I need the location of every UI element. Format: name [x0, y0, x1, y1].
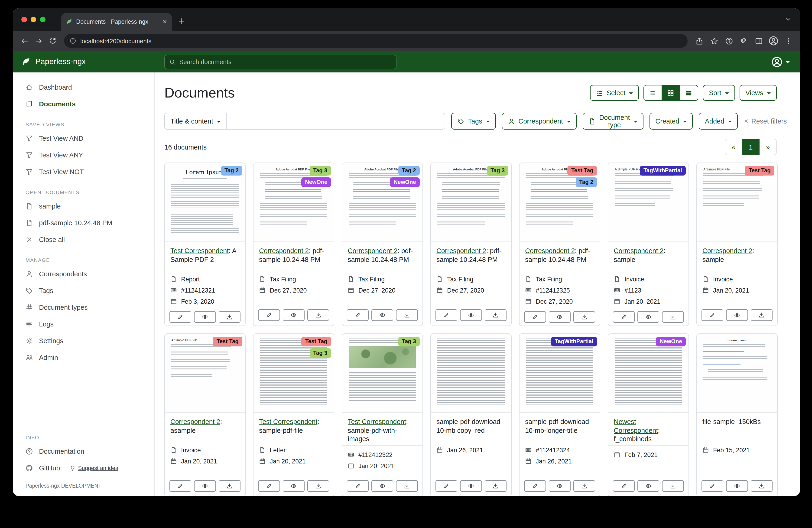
tag-badge[interactable]: Tag 2	[576, 177, 597, 187]
correspondent-link[interactable]: Test Correspondent	[348, 418, 406, 425]
tag-badge[interactable]: NewOne	[301, 177, 331, 187]
tag-badge[interactable]: TagWithPartial	[551, 337, 597, 346]
edit-button[interactable]	[613, 480, 635, 492]
sidebar-item-admin[interactable]: Admin	[13, 349, 154, 366]
filter-button-created[interactable]: Created	[649, 113, 693, 130]
side-panel-button[interactable]	[752, 34, 766, 48]
bookmark-button[interactable]	[707, 34, 721, 48]
view-button[interactable]	[726, 309, 748, 321]
download-button[interactable]	[662, 480, 684, 492]
browser-tab[interactable]: Documents - Paperless-ngx ✕	[61, 13, 172, 31]
correspondent-link[interactable]: Correspondent 2	[170, 418, 220, 425]
zoom-button[interactable]	[40, 17, 45, 22]
minimize-button[interactable]	[31, 17, 36, 22]
sidebar-item-close-all[interactable]: Close all	[13, 231, 154, 248]
correspondent-link[interactable]: Correspondent 2	[525, 247, 575, 255]
tag-badge[interactable]: TagWithPartial	[640, 166, 686, 175]
close-button[interactable]	[21, 17, 27, 22]
correspondent-link[interactable]: Correspondent 2	[702, 247, 752, 255]
edit-button[interactable]	[258, 309, 280, 321]
select-button[interactable]: Select	[590, 85, 639, 101]
view-list-button[interactable]	[643, 85, 662, 101]
sidebar-item-sample[interactable]: sample	[13, 198, 154, 215]
tag-badge[interactable]: Test Tag	[302, 337, 331, 346]
tag-badge[interactable]: Tag 3	[398, 337, 420, 346]
tag-badge[interactable]: Tag 3	[309, 166, 331, 175]
edit-button[interactable]	[347, 309, 368, 321]
download-button[interactable]	[219, 311, 241, 323]
filter-button-added[interactable]: Added	[699, 113, 738, 130]
extensions-button[interactable]	[737, 34, 751, 48]
password-manager-button[interactable]	[722, 34, 736, 48]
pagination-next-button[interactable]: »	[759, 139, 777, 155]
correspondent-link[interactable]: Correspondent 2	[614, 247, 664, 255]
view-button[interactable]	[194, 480, 216, 492]
correspondent-link[interactable]: Correspondent 2	[436, 247, 486, 255]
correspondent-link[interactable]: Correspondent 2	[259, 247, 309, 255]
pagination-page-button[interactable]: 1	[742, 139, 759, 155]
url-bar[interactable]: localhost:4200/documents	[64, 34, 687, 48]
sidebar-item-logs[interactable]: Logs	[13, 316, 154, 332]
correspondent-link[interactable]: Correspondent 2	[348, 247, 397, 255]
suggest-idea-link[interactable]: Suggest an idea	[70, 465, 118, 471]
view-button[interactable]	[460, 480, 482, 492]
view-button[interactable]	[637, 480, 659, 492]
brand[interactable]: Paperless-ngx	[13, 57, 154, 67]
reload-button[interactable]	[45, 34, 59, 48]
sidebar-item-pdf-sample-10-24-48-pm[interactable]: pdf-sample 10.24.48 PM	[13, 215, 154, 231]
download-button[interactable]	[219, 480, 241, 492]
download-button[interactable]	[662, 311, 684, 323]
tag-badge[interactable]: Tag 2	[221, 166, 242, 175]
card-thumbnail[interactable]	[431, 334, 511, 413]
view-button[interactable]	[283, 480, 305, 492]
view-detail-button[interactable]	[680, 85, 698, 101]
edit-button[interactable]	[701, 480, 723, 492]
sidebar-item-settings[interactable]: Settings	[13, 332, 154, 349]
edit-button[interactable]	[347, 480, 368, 492]
new-tab-button[interactable]	[177, 17, 185, 27]
tag-badge[interactable]: Tag 3	[309, 348, 331, 358]
correspondent-link[interactable]: Test Correspondent	[170, 247, 229, 255]
sidebar-item-documents[interactable]: Documents	[13, 96, 154, 112]
tab-close-icon[interactable]: ✕	[162, 18, 167, 25]
sidebar-item-github[interactable]: GitHubSuggest an idea	[13, 460, 154, 476]
download-button[interactable]	[307, 309, 329, 321]
tag-badge[interactable]: Test Tag	[745, 166, 774, 175]
edit-button[interactable]	[435, 309, 457, 321]
download-button[interactable]	[396, 309, 418, 321]
download-button[interactable]	[751, 309, 772, 321]
sidebar-item-test-view-and[interactable]: Test View AND	[13, 130, 154, 147]
sidebar-item-test-view-not[interactable]: Test View NOT	[13, 163, 154, 180]
edit-button[interactable]	[435, 480, 457, 492]
sidebar-item-correspondents[interactable]: Correspondents	[13, 266, 154, 282]
global-search-input[interactable]	[179, 58, 391, 65]
menu-button[interactable]	[781, 34, 795, 48]
views-button[interactable]: Views	[739, 85, 777, 101]
view-button[interactable]	[194, 311, 216, 323]
profile-button[interactable]	[767, 34, 780, 48]
view-button[interactable]	[372, 309, 393, 321]
edit-button[interactable]	[524, 311, 546, 323]
edit-button[interactable]	[701, 309, 723, 321]
view-button[interactable]	[726, 480, 748, 492]
sidebar-item-tags[interactable]: Tags	[13, 282, 154, 299]
download-button[interactable]	[485, 480, 507, 492]
filter-field-dropdown[interactable]: Title & content	[164, 113, 227, 130]
download-button[interactable]	[574, 311, 595, 323]
back-button[interactable]	[18, 34, 32, 48]
filter-button-correspondent[interactable]: Correspondent	[502, 113, 576, 130]
download-button[interactable]	[485, 309, 507, 321]
pagination-prev-button[interactable]: «	[725, 139, 742, 155]
view-button[interactable]	[460, 309, 482, 321]
tag-badge[interactable]: Tag 2	[398, 166, 420, 175]
filter-button-document-type[interactable]: Document type	[582, 113, 643, 130]
download-button[interactable]	[751, 480, 772, 492]
tag-badge[interactable]: Test Tag	[213, 337, 242, 346]
tag-badge[interactable]: Test Tag	[568, 166, 597, 175]
view-button[interactable]	[372, 480, 393, 492]
forward-button[interactable]	[32, 34, 45, 48]
sidebar-item-documentation[interactable]: Documentation	[13, 443, 154, 460]
filter-text-input[interactable]	[227, 113, 445, 130]
view-button[interactable]	[283, 309, 305, 321]
tag-badge[interactable]: NewOne	[656, 337, 686, 346]
